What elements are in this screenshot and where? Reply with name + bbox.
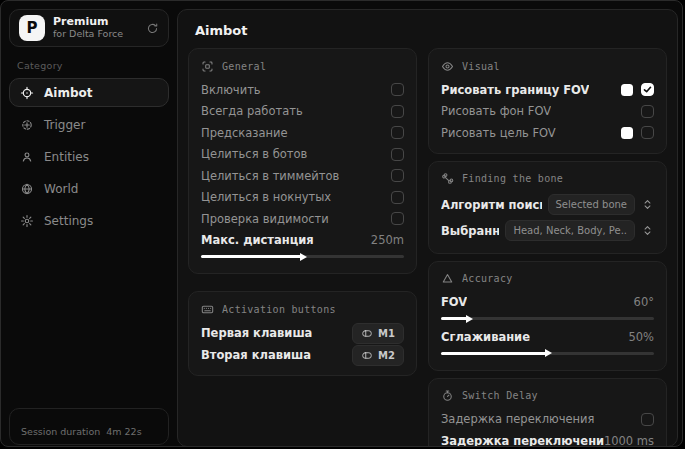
sidebar-item-settings[interactable]: Settings <box>9 206 169 235</box>
setting-label: Рисовать границу FOV <box>441 83 589 97</box>
card-title: Switch Delay <box>462 390 538 401</box>
setting-value: 50% <box>628 330 654 344</box>
checkbox[interactable] <box>391 169 404 182</box>
trigger-crosshair-icon <box>20 118 34 132</box>
sidebar-item-label: Trigger <box>44 118 85 132</box>
sidebar-nav: AimbotTriggerEntitiesWorldSettings <box>9 78 169 235</box>
checkbox[interactable] <box>391 105 404 118</box>
sync-icon[interactable] <box>146 22 159 35</box>
checkbox[interactable] <box>641 413 654 426</box>
bone-icon <box>441 172 454 185</box>
toggle-controls <box>391 212 404 225</box>
main-panel: Aimbot GeneralВключитьВсегда работатьПре… <box>177 9 678 447</box>
checkbox[interactable] <box>641 105 654 118</box>
setting-row-макс-дистанция: Макс. дистанция250m <box>201 230 404 252</box>
checkbox[interactable] <box>391 212 404 225</box>
toggle-controls <box>391 191 404 204</box>
setting-label: Рисовать фон FOV <box>441 104 551 118</box>
slider-fill <box>201 255 303 258</box>
card-title: Activation buttons <box>222 304 336 315</box>
sidebar-item-entities[interactable]: Entities <box>9 142 169 171</box>
card-header: Activation buttons <box>201 301 404 317</box>
sidebar-item-label: Entities <box>44 150 89 164</box>
setting-row-целиться-в-тиммейтов: Целиться в тиммейтов <box>201 165 404 187</box>
unfold-icon[interactable] <box>641 224 654 237</box>
app-logo: P <box>19 15 45 41</box>
slider-fill <box>441 352 548 355</box>
card-switch-delay: Switch DelayЗадержка переключенияЗадержк… <box>428 378 667 448</box>
setting-label: Макс. дистанция <box>201 233 314 247</box>
keybind-label: M2 <box>378 350 395 361</box>
slider[interactable] <box>441 352 654 355</box>
toggle-controls <box>391 126 404 139</box>
right-column: VisualРисовать границу FOVРисовать фон F… <box>428 48 667 447</box>
keybind-label: M1 <box>378 328 395 339</box>
toggle-controls <box>391 169 404 182</box>
checkbox[interactable] <box>391 83 404 96</box>
sidebar-item-label: World <box>44 182 78 196</box>
setting-row-задержка-переключения-мс: Задержка переключения (мс)1000 ms <box>441 430 654 447</box>
select-dropdown[interactable]: Head, Neck, Body, Pe.. <box>505 220 635 241</box>
setting-label: Целиться в нокнутых <box>201 190 331 204</box>
sidebar-item-world[interactable]: World <box>9 174 169 203</box>
mouse-icon <box>361 350 373 361</box>
setting-label: Вторая клавиша <box>201 348 311 362</box>
keybind-button[interactable]: M2 <box>352 345 404 366</box>
select-dropdown[interactable]: Selected bone <box>548 194 635 215</box>
slider-thumb[interactable] <box>300 253 307 261</box>
stopwatch-icon <box>441 389 454 402</box>
checkbox[interactable] <box>641 83 654 96</box>
setting-row-задержка-переключения: Задержка переключения <box>441 409 654 431</box>
toggle-controls <box>391 83 404 96</box>
mouse-icon <box>361 328 373 339</box>
card-activation-buttons: Activation buttonsПервая клавишаM1Вторая… <box>188 291 417 376</box>
setting-label: Целиться в тиммейтов <box>201 169 339 183</box>
card-columns: GeneralВключитьВсегда работатьПредсказан… <box>178 48 677 447</box>
globe-icon <box>20 182 34 196</box>
card-title: Finding the bone <box>462 173 563 184</box>
premium-box: P Premium for Delta Force <box>9 9 169 47</box>
setting-row-рисовать-границу-fov: Рисовать границу FOV <box>441 79 654 101</box>
setting-value: 1000 ms <box>604 434 654 447</box>
setting-label: Всегда работать <box>201 104 303 118</box>
card-header: Finding the bone <box>441 171 654 187</box>
sidebar-item-trigger[interactable]: Trigger <box>9 110 169 139</box>
color-swatch[interactable] <box>621 84 633 96</box>
setting-label: Включить <box>201 83 261 97</box>
checkbox[interactable] <box>391 148 404 161</box>
setting-row-вторая-клавиша: Вторая клавишаM2 <box>201 344 404 366</box>
sidebar-item-aimbot[interactable]: Aimbot <box>9 78 169 107</box>
card-header: General <box>201 58 404 74</box>
slider[interactable] <box>201 255 404 258</box>
triangle-icon <box>441 272 454 285</box>
color-swatch[interactable] <box>621 127 633 139</box>
premium-subtitle: for Delta Force <box>53 29 138 40</box>
card-title: Accuracy <box>462 273 513 284</box>
gear-icon <box>20 214 34 228</box>
setting-row-выбранные-кос: Выбранные косHead, Neck, Body, Pe.. <box>441 218 654 244</box>
card-finding-the-bone: Finding the boneАлгоритм поиска костSele… <box>428 161 667 254</box>
slider-thumb[interactable] <box>545 349 552 357</box>
setting-label: Алгоритм поиска кост <box>441 198 542 212</box>
setting-row-целиться-в-нокнутых: Целиться в нокнутых <box>201 187 404 209</box>
setting-label: Задержка переключения <box>441 412 594 426</box>
checkbox[interactable] <box>391 126 404 139</box>
card-title: General <box>222 61 266 72</box>
toggle-controls <box>391 105 404 118</box>
setting-row-включить: Включить <box>201 79 404 101</box>
card-title: Visual <box>462 61 500 72</box>
scan-icon <box>201 60 214 73</box>
setting-row-целиться-в-ботов: Целиться в ботов <box>201 144 404 166</box>
sidebar-item-label: Aimbot <box>44 86 92 100</box>
slider-thumb[interactable] <box>466 315 473 323</box>
setting-label: Задержка переключения (мс) <box>441 434 604 447</box>
setting-value: 250m <box>371 233 404 247</box>
unfold-icon[interactable] <box>641 198 654 211</box>
setting-row-проверка-видимости: Проверка видимости <box>201 208 404 230</box>
checkbox[interactable] <box>391 191 404 204</box>
slider[interactable] <box>441 317 654 320</box>
toggle-controls <box>641 413 654 426</box>
checkbox[interactable] <box>641 126 654 139</box>
keybind-button[interactable]: M1 <box>352 323 404 344</box>
card-general: GeneralВключитьВсегда работатьПредсказан… <box>188 48 417 274</box>
